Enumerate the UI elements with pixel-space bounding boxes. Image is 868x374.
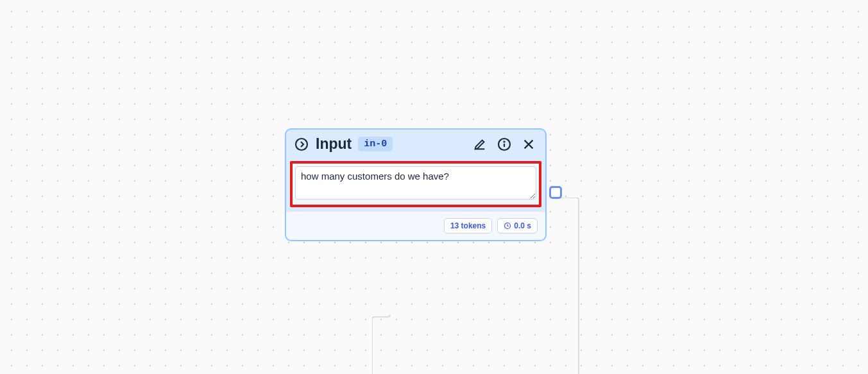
arrow-right-circle-icon [294, 137, 309, 152]
node-id-badge: in-0 [358, 137, 393, 151]
input-textarea[interactable] [295, 166, 536, 200]
node-title: Input [316, 135, 352, 153]
node-header: Input in-0 [286, 130, 545, 158]
time-value: 0.0 s [514, 221, 531, 230]
time-badge: 0.0 s [497, 218, 538, 234]
svg-point-0 [296, 139, 307, 150]
info-button[interactable] [497, 137, 512, 152]
close-icon [522, 137, 536, 151]
info-icon [497, 137, 512, 152]
svg-point-2 [504, 141, 504, 142]
tokens-badge: 13 tokens [444, 218, 492, 234]
edit-icon [473, 137, 487, 151]
tokens-value: 13 tokens [450, 221, 486, 230]
input-node-card[interactable]: Input in-0 13 tokens [285, 128, 547, 241]
clock-icon [504, 222, 511, 230]
textarea-highlight-frame [290, 161, 541, 207]
edit-button[interactable] [472, 137, 488, 152]
node-footer: 13 tokens 0.0 s [286, 211, 545, 240]
node-body [286, 158, 545, 211]
close-button[interactable] [521, 137, 536, 152]
output-connection-handle[interactable] [549, 186, 562, 199]
